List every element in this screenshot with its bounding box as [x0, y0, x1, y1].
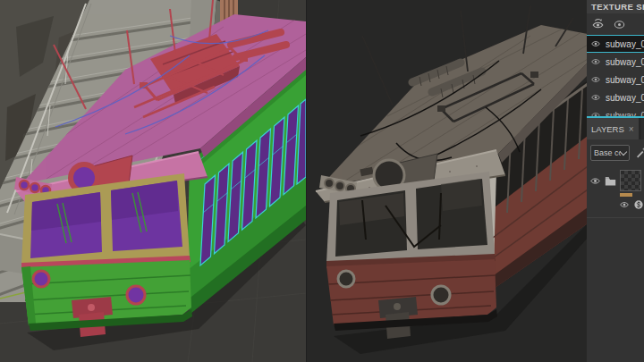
visibility-eye-icon[interactable]: [590, 38, 601, 49]
texture-set-row[interactable]: subway_001: [587, 35, 644, 53]
visibility-eye-icon[interactable]: [589, 175, 601, 187]
texture-set-label: subway_003: [606, 75, 644, 85]
visibility-eye-icon[interactable]: [590, 74, 601, 85]
visibility-eye-icon[interactable]: [590, 110, 601, 116]
texture-set-label: subway_004: [606, 93, 644, 103]
texture-set-toolbar: [587, 13, 644, 35]
texture-set-list-title: TEXTURE SET LIST: [587, 0, 644, 13]
right-dock-panel: TEXTURE SET LIST: [587, 0, 644, 362]
tab-layers[interactable]: LAYERS ×: [587, 118, 639, 139]
viewport-idmap[interactable]: [0, 0, 306, 362]
panel-tabbar: LAYERS × TE: [587, 118, 644, 139]
solo-view-icon[interactable]: [613, 18, 626, 31]
effects-wand-icon[interactable]: [635, 147, 644, 159]
chevron-down-icon: [620, 147, 627, 155]
tab-texture[interactable]: TE: [641, 118, 644, 139]
visibility-eye-icon[interactable]: [590, 92, 601, 103]
texture-set-row[interactable]: subway_002: [587, 53, 644, 71]
layer-fill-color-bar: [620, 193, 632, 197]
app-window: TEXTURE SET LIST: [0, 0, 644, 362]
layers-toolbar: Base color: [587, 139, 644, 166]
layers-panel: LAYERS × TE Base color: [587, 116, 644, 362]
texture-set-row[interactable]: subway_005: [587, 106, 644, 116]
substance-s-icon[interactable]: [633, 199, 644, 210]
viewport-textured[interactable]: [306, 0, 588, 362]
texture-set-list: subway_001 subway_002 subway_003 subway_…: [587, 13, 644, 116]
texture-set-row[interactable]: subway_004: [587, 88, 644, 106]
idmap-render: [0, 0, 306, 362]
visibility-eye-icon[interactable]: [619, 199, 630, 210]
channel-select-dropdown[interactable]: Base color: [590, 145, 630, 161]
layer-thumbnail[interactable]: [620, 170, 641, 191]
tab-close-icon[interactable]: ×: [629, 124, 634, 134]
visibility-eye-icon[interactable]: [590, 56, 601, 67]
folder-icon: [605, 175, 616, 187]
layer-badges-row: [619, 197, 644, 215]
texture-set-row[interactable]: subway_003: [587, 71, 644, 88]
toggle-all-visibility-icon[interactable]: [591, 18, 605, 31]
texture-set-label: subway_001: [606, 39, 644, 49]
texture-set-label: subway_002: [606, 57, 644, 67]
panel-divider: [587, 217, 644, 218]
textured-render: [307, 0, 588, 362]
layer-row-folder[interactable]: 001: [587, 166, 644, 197]
